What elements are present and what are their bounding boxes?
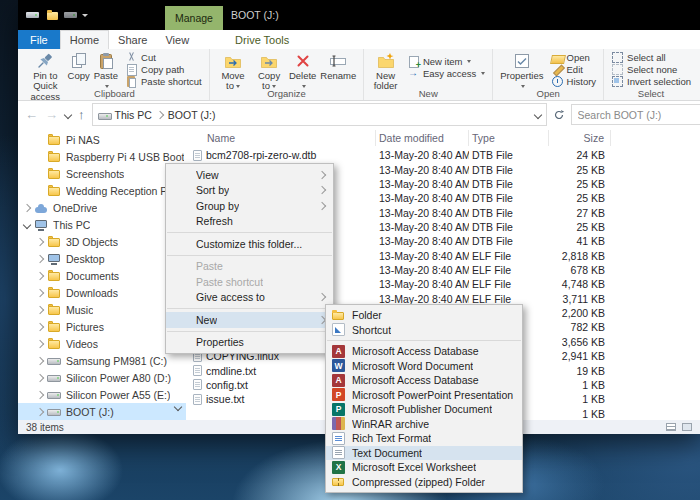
invert-selection-icon [611,75,624,88]
column-header-name[interactable]: Name [186,130,376,146]
sidebar-item-desktop[interactable]: Desktop [18,250,186,267]
new-folder-button[interactable]: New folder [369,51,402,93]
sidebar-item-boot-j[interactable]: BOOT (J:) [18,403,186,420]
column-header-size[interactable]: Size [549,130,611,146]
menu-item-give-access-to[interactable]: Give access to [166,290,333,306]
copy-button[interactable]: Copy [66,51,92,82]
move-to-button[interactable]: Move to [215,51,251,93]
address-box[interactable]: This PC BOOT (J:) [92,103,547,126]
sidebar-item-samsung-pm981-c[interactable]: Samsung PM981 (C:) [18,352,186,369]
qat-drive-icon[interactable] [64,8,78,22]
menu-item-compressed-zipped-folder[interactable]: Compressed (zipped) Folder [326,475,522,490]
paste-button[interactable]: Paste [92,51,120,93]
menu-item-customize-this-folder[interactable]: Customize this folder... [166,236,333,252]
copy-to-button[interactable]: Copy to [251,51,287,93]
menu-item-rich-text-format[interactable]: Rich Text Format [326,431,522,446]
chevron-right-icon[interactable] [36,305,44,313]
column-header-date-modified[interactable]: Date modified [376,130,469,146]
select-all-button[interactable]: Select all [609,51,693,63]
sidebar-item-screenshots[interactable]: Screenshots [18,165,186,182]
sidebar-item-music[interactable]: Music [18,301,186,318]
menu-item-refresh[interactable]: Refresh [166,214,333,230]
menu-item-microsoft-access-database[interactable]: Microsoft Access Database [326,373,522,388]
qat-customize-chevron-icon[interactable] [82,14,88,17]
breadcrumb-separator-icon[interactable] [156,110,164,118]
edit-button[interactable]: Edit [549,63,599,75]
open-button[interactable]: Open [549,51,599,63]
history-button[interactable]: History [549,76,599,88]
menu-item-text-document[interactable]: Text Document [326,446,522,461]
up-button[interactable]: ↑ [78,108,85,121]
easy-access-button[interactable]: Easy access [405,67,487,79]
tab-file[interactable]: File [18,30,60,49]
copy-path-button[interactable]: Copy path [123,63,204,75]
address-dropdown-chevron-icon[interactable] [533,110,541,118]
menu-item-sort-by[interactable]: Sort by [166,183,333,199]
sidebar-item-this-pc[interactable]: This PC [18,216,186,233]
sidebar-item-silicon-power-a80-d[interactable]: Silicon Power A80 (D:) [18,369,186,386]
sidebar-item-3d-objects[interactable]: 3D Objects [18,233,186,250]
tab-drive-tools[interactable]: Drive Tools [226,30,298,49]
sidebar-item-pi-nas[interactable]: Pi NAS [18,131,186,148]
chevron-right-icon[interactable] [36,373,44,381]
tab-view[interactable]: View [156,30,198,49]
menu-item-properties[interactable]: Properties [166,335,333,351]
breadcrumb-current[interactable]: BOOT (J:) [168,109,216,121]
chevron-down-icon[interactable] [23,220,31,228]
paste-shortcut-button[interactable]: Paste shortcut [123,76,204,88]
menu-item-microsoft-excel-worksheet[interactable]: Microsoft Excel Worksheet [326,460,522,475]
menu-item-shortcut[interactable]: Shortcut [326,323,522,338]
menu-item-view[interactable]: View [166,167,333,183]
sidebar-item-documents[interactable]: Documents [18,267,186,284]
sidebar-item-wedding-reception-photos[interactable]: Wedding Reception Photos [18,182,186,199]
menu-separator [327,340,521,341]
tab-share[interactable]: Share [109,30,156,49]
new-item-button[interactable]: New item [405,55,487,67]
sidebar-item-label: Raspberry Pi 4 USB Boot [66,151,184,163]
chevron-right-icon[interactable] [36,271,44,279]
sidebar-item-downloads[interactable]: Downloads [18,284,186,301]
breadcrumb-this-pc[interactable]: This PC [115,109,152,121]
menu-item-microsoft-access-database[interactable]: Microsoft Access Database [326,344,522,359]
menu-item-new[interactable]: New [166,312,333,328]
refresh-button[interactable] [550,109,568,121]
menu-item-folder[interactable]: Folder [326,308,522,323]
menu-item-microsoft-word-document[interactable]: Microsoft Word Document [326,359,522,374]
chevron-right-icon[interactable] [23,203,31,211]
chevron-right-icon[interactable] [36,254,44,262]
chevron-right-icon[interactable] [36,322,44,330]
properties-button[interactable]: Properties [498,51,545,93]
sidebar-item-label: Pictures [66,321,104,333]
column-header-type[interactable]: Type [469,130,549,146]
chevron-right-icon[interactable] [36,390,44,398]
sidebar-item-videos[interactable]: Videos [18,335,186,352]
chevron-right-icon[interactable] [36,407,44,415]
details-view-button[interactable] [666,423,676,431]
menu-item-winrar-archive[interactable]: WinRAR archive [326,417,522,432]
menu-item-microsoft-publisher-document[interactable]: Microsoft Publisher Document [326,402,522,417]
back-button[interactable]: ← [25,108,38,121]
sidebar-item-raspberry-pi-4-usb-boot[interactable]: Raspberry Pi 4 USB Boot [18,148,186,165]
tab-home[interactable]: Home [60,30,109,49]
chevron-right-icon[interactable] [36,356,44,364]
invert-selection-button[interactable]: Invert selection [609,76,693,88]
chevron-right-icon[interactable] [36,339,44,347]
table-row[interactable]: bcm2708-rpi-zero-w.dtb13-May-20 8:40 AMD… [186,148,700,162]
large-icons-view-button[interactable] [682,423,692,431]
rename-button[interactable]: Rename [318,51,358,82]
forward-button[interactable]: → [45,108,58,121]
cut-button[interactable]: Cut [123,51,204,63]
menu-item-group-by[interactable]: Group by [166,198,333,214]
recent-locations-chevron-icon[interactable] [64,110,72,118]
qat-folder-icon[interactable] [46,8,60,22]
sidebar-item-onedrive[interactable]: OneDrive [18,199,186,216]
chevron-right-icon[interactable] [36,288,44,296]
sidebar-item-silicon-power-a55-e[interactable]: Silicon Power A55 (E:) [18,386,186,403]
chevron-right-icon[interactable] [36,237,44,245]
menu-item-microsoft-powerpoint-presentation[interactable]: Microsoft PowerPoint Presentation [326,388,522,403]
search-input[interactable] [571,104,700,125]
delete-label: Delete [289,70,316,81]
select-none-button[interactable]: Select none [609,63,693,75]
delete-button[interactable]: Delete [287,51,318,93]
sidebar-item-pictures[interactable]: Pictures [18,318,186,335]
